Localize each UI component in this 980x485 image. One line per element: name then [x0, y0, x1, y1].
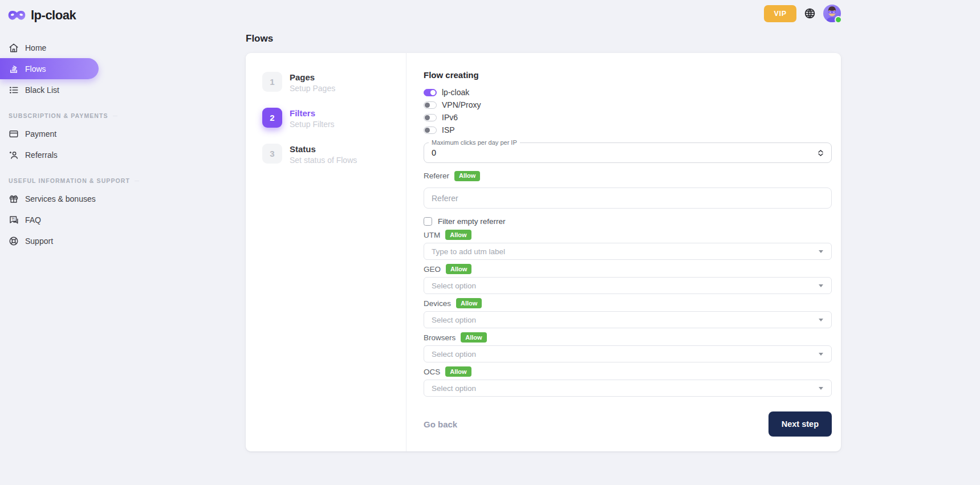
stepper: 1 Pages Setup Pages 2 Filters Setup Filt… [246, 53, 406, 451]
step-title: Pages [290, 72, 335, 82]
referer-allow-badge[interactable]: Allow [454, 171, 480, 181]
form-actions: Go back Next step [424, 411, 832, 437]
language-globe-button[interactable] [803, 6, 817, 21]
toggle-label: IPv6 [442, 113, 458, 122]
gift-icon [9, 194, 19, 204]
sidebar-item-label: Support [25, 237, 53, 246]
max-clicks-input[interactable] [432, 148, 818, 157]
person-add-icon [9, 150, 19, 160]
vip-button[interactable]: VIP [764, 5, 796, 22]
chevron-down-icon [818, 153, 823, 156]
ocs-allow-badge[interactable]: Allow [445, 366, 471, 377]
sidebar-item-flows[interactable]: Flows [0, 58, 99, 79]
step-title: Status [290, 144, 357, 154]
sidebar-item-label: Payment [25, 129, 56, 138]
brand-logo[interactable]: lp-cloak [0, 8, 99, 23]
caret-down-icon [819, 387, 823, 390]
devices-allow-badge[interactable]: Allow [456, 298, 482, 308]
sidebar-item-faq[interactable]: ?! FAQ [0, 209, 99, 230]
section-label-support: USEFUL INFORMATION & SUPPORT [9, 177, 93, 184]
utm-allow-badge[interactable]: Allow [445, 230, 471, 240]
toggle-row-vpn-proxy[interactable]: VPN/Proxy [424, 99, 832, 111]
mask-logo-icon [7, 10, 26, 22]
geo-group: GEO Allow Select option [424, 260, 832, 294]
flow-card: 1 Pages Setup Pages 2 Filters Setup Filt… [246, 53, 841, 451]
toggle-label: lp-cloak [442, 88, 469, 97]
sidebar-item-payment[interactable]: Payment [0, 123, 99, 144]
user-avatar[interactable] [823, 5, 841, 22]
referer-label-row: Referer Allow [424, 171, 832, 181]
sidebar-item-black-list[interactable]: Black List [0, 79, 99, 100]
step-number: 3 [262, 144, 282, 164]
devices-label: Devices [424, 299, 451, 308]
ocs-label: OCS [424, 368, 440, 376]
sidebar-item-referrals[interactable]: Referrals [0, 144, 99, 165]
devices-group: Devices Allow Select option [424, 294, 832, 328]
chevron-up-icon [818, 150, 823, 153]
referer-input[interactable] [424, 188, 832, 209]
step-status[interactable]: 3 Status Set status of Flows [262, 144, 406, 165]
browsers-select[interactable]: Select option [424, 345, 832, 362]
sidebar-item-home[interactable]: Home [0, 37, 99, 58]
browsers-label: Browsers [424, 333, 456, 342]
toggle-row-isp[interactable]: ISP [424, 124, 832, 136]
lp-cloak-toggle[interactable] [424, 89, 437, 96]
select-placeholder: Select option [432, 316, 476, 324]
max-clicks-field: Maximum clicks per day per IP [424, 142, 832, 163]
browsers-label-row: Browsers Allow [424, 333, 832, 342]
faq-bubble-icon: ?! [9, 215, 19, 225]
toggle-label: ISP [442, 125, 455, 135]
caret-down-icon [819, 353, 823, 356]
sidebar-item-support[interactable]: Support [0, 230, 99, 251]
filter-empty-referrer-checkbox[interactable] [424, 217, 432, 226]
filter-empty-referrer-row[interactable]: Filter empty referrer [424, 217, 832, 226]
list-icon [9, 85, 19, 95]
utm-select[interactable]: Type to add utm label [424, 243, 832, 260]
geo-select[interactable]: Select option [424, 277, 832, 294]
sidebar: lp-cloak Home Flows Black List SUBSCRIPT… [0, 0, 99, 485]
sidebar-item-label: Black List [25, 85, 59, 95]
page-title: Flows [246, 33, 841, 44]
step-pages[interactable]: 1 Pages Setup Pages [262, 72, 406, 93]
sidebar-item-label: Flows [25, 64, 46, 74]
online-status-dot [835, 16, 842, 23]
toggle-knob [425, 103, 430, 108]
toggle-knob [425, 128, 430, 133]
select-placeholder: Select option [432, 350, 476, 358]
sidebar-item-label: Home [25, 43, 46, 52]
step-subtitle: Setup Filters [290, 120, 335, 129]
step-subtitle: Set status of Flows [290, 156, 357, 165]
lifebuoy-icon [9, 236, 19, 246]
ocs-group: OCS Allow Select option [424, 362, 832, 397]
vpn-proxy-toggle[interactable] [424, 101, 437, 109]
devices-select[interactable]: Select option [424, 311, 832, 328]
next-step-button[interactable]: Next step [768, 411, 832, 437]
caret-down-icon [819, 250, 823, 253]
select-placeholder: Select option [432, 282, 476, 290]
globe-icon [804, 7, 816, 19]
ocs-label-row: OCS Allow [424, 367, 832, 376]
toggle-row-lp-cloak[interactable]: lp-cloak [424, 86, 832, 99]
ocs-select[interactable]: Select option [424, 380, 832, 397]
number-stepper[interactable] [818, 150, 823, 156]
geo-label-row: GEO Allow [424, 264, 832, 274]
topbar-right: VIP [764, 5, 841, 22]
step-filters[interactable]: 2 Filters Setup Filters [262, 108, 406, 129]
sidebar-item-services[interactable]: Services & bonuses [0, 188, 99, 209]
checkbox-label: Filter empty referrer [438, 217, 506, 226]
step-subtitle: Setup Pages [290, 84, 335, 93]
sidebar-nav: Home Flows Black List SUBSCRIPTION & PAY… [0, 37, 99, 251]
toggle-knob [425, 115, 430, 120]
toggle-row-ipv6[interactable]: IPv6 [424, 111, 832, 124]
flows-stack-icon [9, 64, 19, 74]
isp-toggle[interactable] [424, 127, 437, 134]
flow-creating-form: Flow creating lp-cloak VPN/Proxy IPv6 IS… [406, 53, 841, 451]
geo-allow-badge[interactable]: Allow [446, 264, 471, 274]
caret-down-icon [819, 319, 823, 321]
ipv6-toggle[interactable] [424, 114, 437, 121]
devices-label-row: Devices Allow [424, 299, 832, 308]
browsers-allow-badge[interactable]: Allow [461, 332, 486, 343]
go-back-button[interactable]: Go back [424, 419, 457, 429]
sidebar-item-label: FAQ [25, 215, 41, 225]
browsers-group: Browsers Allow Select option [424, 328, 832, 362]
